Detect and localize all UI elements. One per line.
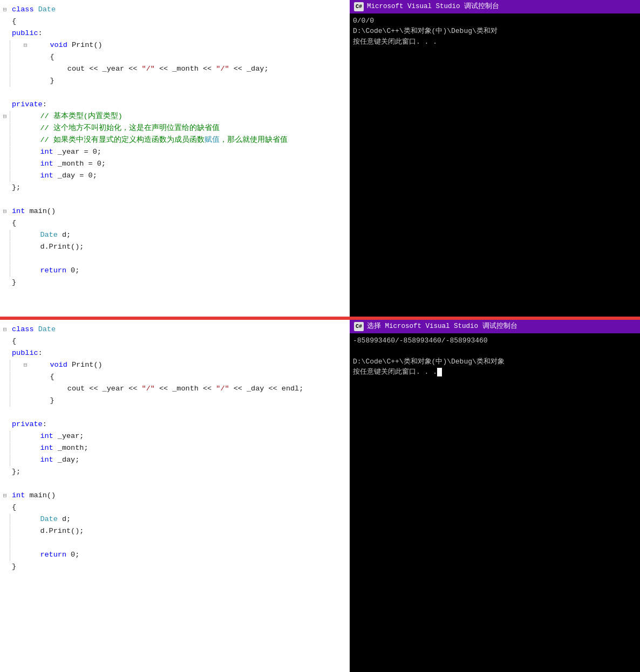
- code-line: ⊟ void Print(): [0, 360, 350, 372]
- collapse-icon[interactable]: ⊟: [0, 112, 10, 121]
- code-content: int _month = 0;: [21, 159, 350, 170]
- bottom-terminal-title: 选择 Microsoft Visual Studio 调试控制台: [367, 321, 518, 332]
- code-line: {: [0, 52, 350, 64]
- keyword-private: private: [12, 420, 43, 428]
- code-content: [10, 478, 350, 490]
- code-line: Date d;: [0, 230, 350, 242]
- collapse-spacer: [0, 551, 10, 560]
- bottom-terminal-body[interactable]: -858993460/-858993460/-858993460 D:\Code…: [350, 333, 640, 672]
- keyword-int: int: [40, 160, 53, 168]
- terminal-line: 按任意键关闭此窗口. . .: [353, 37, 637, 47]
- code-content: };: [10, 467, 350, 478]
- collapse-spacer: [0, 266, 10, 276]
- indent-guide: [10, 135, 21, 146]
- code-content: {: [10, 218, 350, 229]
- code-content: // 如果类中没有显式的定义构造函数为成员函数赋值，那么就使用缺省值: [21, 135, 350, 146]
- code-line: // 如果类中没有显式的定义构造函数为成员函数赋值，那么就使用缺省值: [0, 135, 350, 147]
- code-line: d.Print();: [0, 242, 350, 253]
- code-content: void Print(): [30, 40, 350, 51]
- terminal-line: 按任意键关闭此窗口. . .: [353, 367, 637, 378]
- collapse-icon[interactable]: ⊟: [0, 207, 10, 216]
- keyword-public: public: [12, 349, 38, 357]
- class-name: Date: [40, 231, 57, 239]
- code-content: }: [10, 277, 350, 289]
- code-content: // 这个地方不叫初始化，这是在声明位置给的缺省值: [21, 123, 350, 134]
- collapse-spacer: [0, 148, 10, 157]
- code-content: Date d;: [21, 230, 350, 241]
- indent-guide: [10, 265, 21, 277]
- keyword-class: class: [12, 325, 34, 333]
- code-content: }: [30, 395, 350, 407]
- code-content: public:: [10, 28, 350, 39]
- keyword-private: private: [12, 100, 43, 108]
- top-terminal-body[interactable]: 0/0/0 D:\Code\C++\类和对象(中)\Debug\类和对 按任意键…: [350, 13, 640, 317]
- bottom-code-panel: ⊟ class Date { public: ⊟ void Print(): [0, 320, 350, 672]
- code-line: ⊟ int main(): [0, 206, 350, 218]
- terminal-line: D:\Code\C++\类和对象(中)\Debug\类和对象: [353, 356, 637, 367]
- collapse-spacer: [0, 160, 10, 169]
- code-line: ⊟ class Date: [0, 324, 350, 336]
- collapse-spacer: [21, 77, 30, 86]
- top-section: ⊟ class Date { public: ⊟ void Print(): [0, 0, 640, 318]
- indent-guide: [10, 52, 21, 63]
- code-line: Date d;: [0, 514, 350, 526]
- code-line: public:: [0, 28, 350, 40]
- code-content: {: [10, 502, 350, 513]
- code-line: }: [0, 561, 350, 573]
- code-line: [0, 538, 350, 550]
- code-content: void Print(): [30, 360, 350, 371]
- code-line: return 0;: [0, 265, 350, 277]
- code-content: d.Print();: [21, 526, 350, 537]
- indent-guide: [10, 64, 21, 75]
- code-line: }: [0, 395, 350, 407]
- indent-guide: [10, 372, 21, 383]
- indent-guide: [10, 230, 21, 241]
- collapse-spacer: [0, 53, 10, 62]
- code-line: d.Print();: [0, 526, 350, 538]
- collapse-spacer: [0, 385, 10, 394]
- collapse-spacer: [0, 432, 10, 441]
- terminal-line: D:\Code\C++\类和对象(中)\Debug\类和对: [353, 26, 637, 37]
- bottom-terminal-panel: C# 选择 Microsoft Visual Studio 调试控制台 -858…: [350, 320, 640, 672]
- keyword-void: void: [50, 41, 67, 49]
- code-content: return 0;: [21, 550, 350, 561]
- code-content: int main(): [10, 490, 350, 502]
- code-line: return 0;: [0, 550, 350, 561]
- collapse-spacer: [0, 29, 10, 38]
- collapse-spacer: [0, 124, 10, 133]
- collapse-spacer: [21, 385, 30, 394]
- collapse-spacer: [21, 53, 30, 62]
- cursor-block: [437, 368, 442, 376]
- keyword-int: int: [40, 148, 53, 156]
- collapse-spacer: [0, 515, 10, 524]
- code-line: [0, 194, 350, 206]
- indent-guide: [10, 170, 21, 182]
- code-content: int _year = 0;: [21, 147, 350, 158]
- indent-guide: [10, 147, 21, 158]
- code-content: cout << _year << "/" << _month << "/" <<…: [30, 383, 350, 395]
- collapse-spacer: [0, 456, 10, 465]
- collapse-icon[interactable]: ⊟: [0, 325, 10, 334]
- code-content: // 基本类型(内置类型): [21, 111, 350, 122]
- bottom-section: ⊟ class Date { public: ⊟ void Print(): [0, 320, 640, 672]
- collapse-icon[interactable]: ⊟: [21, 361, 30, 370]
- code-content: int _month;: [21, 443, 350, 454]
- code-content: }: [10, 561, 350, 573]
- collapse-spacer: [0, 420, 10, 429]
- code-line: int _day;: [0, 455, 350, 467]
- collapse-spacer: [0, 361, 10, 370]
- collapse-spacer: [0, 444, 10, 453]
- collapse-icon[interactable]: ⊟: [0, 5, 10, 15]
- terminal-line: -858993460/-858993460/-858993460: [353, 335, 637, 346]
- string-literal: "/": [216, 65, 229, 73]
- code-content: [10, 194, 350, 205]
- collapse-icon[interactable]: ⊟: [0, 491, 10, 500]
- indent-guide: [10, 383, 21, 395]
- collapse-icon[interactable]: ⊟: [21, 41, 30, 50]
- indent-guide: [10, 111, 21, 122]
- top-code-panel: ⊟ class Date { public: ⊟ void Print(): [0, 0, 350, 317]
- collapse-spacer: [0, 243, 10, 252]
- class-name: Date: [38, 5, 56, 13]
- code-line: ⊟ // 基本类型(内置类型): [0, 111, 350, 123]
- string-literal: "/": [142, 385, 155, 393]
